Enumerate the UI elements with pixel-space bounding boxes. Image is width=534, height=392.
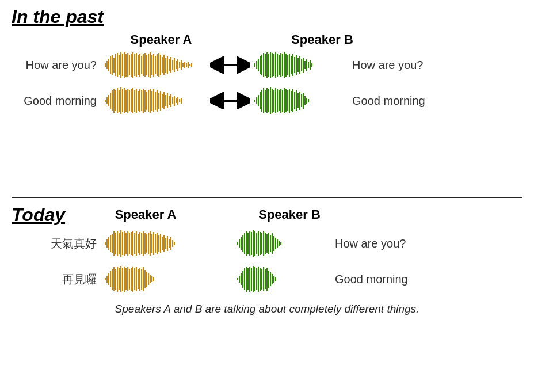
past-row-1-label-right: How are you? (345, 59, 423, 72)
today-row-1-label-right: How are you? (328, 237, 406, 250)
svg-rect-99 (127, 89, 128, 113)
svg-rect-210 (246, 231, 247, 256)
svg-rect-78 (299, 56, 300, 74)
svg-rect-169 (113, 231, 115, 256)
svg-rect-242 (124, 267, 125, 292)
svg-rect-121 (165, 95, 166, 106)
svg-rect-206 (239, 239, 240, 248)
today-row-1: 天氣真好 How are you? (12, 229, 522, 258)
svg-rect-98 (125, 90, 127, 112)
svg-rect-33 (162, 57, 163, 73)
svg-rect-143 (273, 90, 274, 112)
main-container: In the past Speaker A Speaker B How are … (0, 0, 534, 392)
svg-rect-25 (148, 54, 149, 77)
svg-rect-49 (189, 64, 190, 66)
svg-rect-128 (177, 97, 178, 105)
svg-rect-37 (169, 59, 170, 71)
svg-rect-250 (138, 269, 139, 289)
svg-rect-23 (144, 53, 146, 77)
svg-rect-177 (127, 231, 128, 256)
svg-rect-56 (261, 55, 262, 75)
svg-rect-39 (172, 60, 173, 70)
svg-rect-86 (105, 100, 106, 102)
svg-rect-114 (153, 89, 154, 112)
svg-rect-35 (165, 58, 166, 73)
svg-rect-252 (141, 269, 142, 290)
svg-rect-172 (119, 233, 120, 254)
svg-rect-53 (256, 61, 257, 69)
svg-rect-182 (136, 231, 137, 256)
svg-rect-197 (162, 237, 163, 250)
svg-rect-106 (139, 89, 140, 112)
svg-rect-92 (115, 90, 116, 111)
past-row-1-label-left: How are you? (12, 59, 104, 72)
svg-rect-168 (112, 234, 113, 253)
svg-rect-193 (155, 234, 156, 253)
past-row-2-arrow (207, 92, 253, 109)
svg-rect-174 (122, 232, 123, 255)
svg-rect-103 (134, 90, 135, 112)
today-row-2-waveform-a (104, 265, 207, 294)
svg-rect-136 (261, 90, 262, 112)
svg-rect-212 (249, 231, 250, 256)
svg-rect-7 (117, 53, 118, 77)
svg-rect-95 (120, 87, 121, 114)
svg-rect-90 (112, 90, 113, 111)
svg-rect-48 (188, 62, 189, 68)
svg-rect-238 (117, 267, 118, 292)
svg-rect-165 (106, 239, 108, 248)
svg-rect-272 (258, 267, 259, 292)
today-row-1-label-left: 天氣真好 (35, 236, 104, 252)
svg-rect-152 (289, 89, 290, 113)
svg-rect-55 (260, 56, 261, 74)
svg-rect-54 (258, 59, 259, 71)
svg-rect-228 (277, 239, 278, 248)
svg-rect-29 (155, 56, 156, 74)
svg-rect-15 (131, 54, 132, 77)
svg-rect-129 (179, 99, 180, 102)
svg-rect-153 (291, 91, 292, 111)
svg-rect-28 (153, 54, 154, 77)
svg-rect-218 (260, 232, 261, 255)
svg-rect-72 (289, 54, 290, 77)
svg-rect-281 (273, 276, 274, 283)
svg-rect-59 (266, 52, 268, 78)
svg-rect-97 (124, 88, 125, 113)
svg-rect-10 (122, 54, 123, 76)
svg-rect-277 (266, 268, 268, 291)
svg-rect-96 (122, 89, 123, 112)
svg-rect-100 (129, 90, 130, 111)
svg-rect-183 (138, 234, 139, 253)
svg-rect-65 (277, 54, 278, 77)
svg-rect-269 (253, 266, 254, 292)
svg-rect-18 (136, 53, 137, 77)
svg-rect-260 (237, 278, 238, 280)
svg-rect-161 (304, 96, 306, 105)
svg-rect-3 (110, 56, 111, 74)
svg-rect-41 (176, 61, 177, 69)
svg-rect-66 (279, 55, 280, 75)
svg-rect-147 (280, 89, 281, 113)
svg-rect-236 (113, 267, 115, 291)
svg-rect-222 (266, 234, 268, 253)
today-row-2-label-left: 再見囉 (35, 272, 104, 287)
svg-rect-134 (258, 95, 259, 106)
svg-rect-130 (181, 98, 182, 104)
svg-rect-246 (131, 268, 132, 291)
svg-rect-40 (174, 58, 175, 72)
svg-rect-207 (241, 237, 242, 250)
svg-rect-247 (132, 267, 134, 292)
today-header-row: Today Speaker A Speaker B (12, 204, 522, 226)
svg-rect-139 (266, 88, 268, 113)
svg-rect-249 (136, 267, 137, 291)
svg-rect-8 (119, 55, 120, 75)
svg-rect-160 (303, 93, 304, 109)
svg-rect-186 (143, 231, 144, 256)
svg-rect-31 (158, 53, 159, 77)
svg-rect-282 (275, 277, 276, 281)
svg-rect-233 (108, 273, 109, 285)
svg-rect-146 (279, 90, 280, 111)
today-row-2: 再見囉 Good morning (12, 265, 522, 294)
svg-rect-164 (105, 242, 106, 245)
section-past: In the past Speaker A Speaker B How are … (12, 6, 522, 194)
